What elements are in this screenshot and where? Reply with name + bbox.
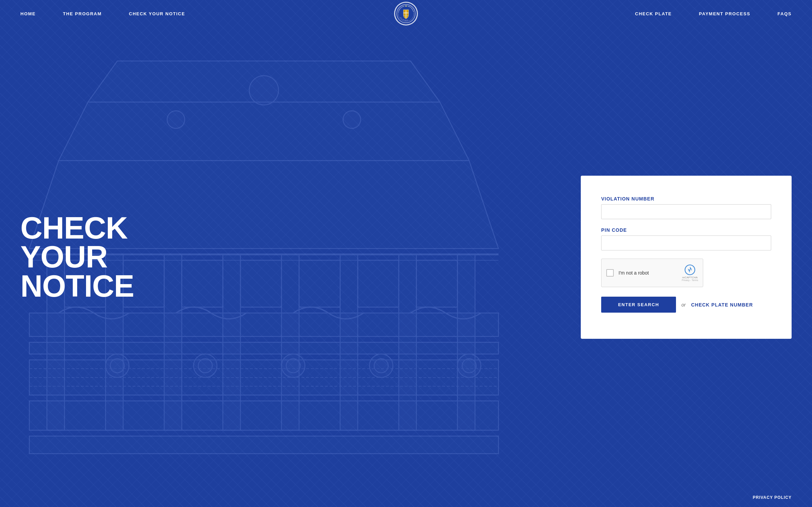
enter-search-button[interactable]: ENTER SEARCH	[601, 297, 676, 313]
hero-section: CHECK YOUR NOTICE	[20, 214, 368, 301]
violation-number-input[interactable]	[601, 204, 771, 219]
recaptcha-sub: Privacy - Terms	[682, 279, 698, 281]
footer: PRIVACY POLICY	[0, 487, 812, 507]
recaptcha-label: I'm not a robot	[619, 270, 678, 276]
violation-number-group: VIOLATION NUMBER	[601, 196, 771, 219]
pin-code-input[interactable]	[601, 235, 771, 250]
recaptcha-brand: reCAPTCHA	[682, 276, 697, 279]
violation-label: VIOLATION NUMBER	[601, 196, 771, 202]
privacy-policy-link[interactable]: PRIVACY POLICY	[753, 495, 792, 500]
hero-title: CHECK YOUR NOTICE	[20, 214, 368, 301]
nav-check-plate[interactable]: CHECK PLATE	[635, 11, 672, 16]
action-row: ENTER SEARCH or CHECK PLATE NUMBER	[601, 297, 771, 313]
main-content: CHECK YOUR NOTICE VIOLATION NUMBER PIN C…	[0, 27, 812, 487]
nav-payment-process[interactable]: PAYMENT PROCESS	[699, 11, 750, 16]
pin-code-group: PIN CODE	[601, 227, 771, 250]
recaptcha-checkbox[interactable]	[606, 269, 614, 277]
nav-home[interactable]: HOME	[20, 11, 36, 16]
recaptcha-widget[interactable]: I'm not a robot reCAPTCHA Privacy - Term…	[601, 259, 703, 287]
form-card: VIOLATION NUMBER PIN CODE I'm not a robo…	[581, 176, 792, 339]
nav-the-program[interactable]: THE PROGRAM	[63, 11, 102, 16]
or-separator: or	[681, 302, 686, 308]
navigation: HOME THE PROGRAM CHECK YOUR NOTICE	[0, 0, 812, 27]
nav-faqs[interactable]: FAQs	[778, 11, 792, 16]
nav-check-your-notice[interactable]: CHECK YOUR NOTICE	[129, 11, 185, 16]
pin-label: PIN CODE	[601, 227, 771, 233]
recaptcha-logo: reCAPTCHA Privacy - Terms	[682, 264, 698, 281]
nav-logo: LUNGSOD NG MAYNILA PILIPINAS	[394, 2, 418, 25]
check-plate-number-link[interactable]: CHECK PLATE NUMBER	[691, 302, 753, 308]
